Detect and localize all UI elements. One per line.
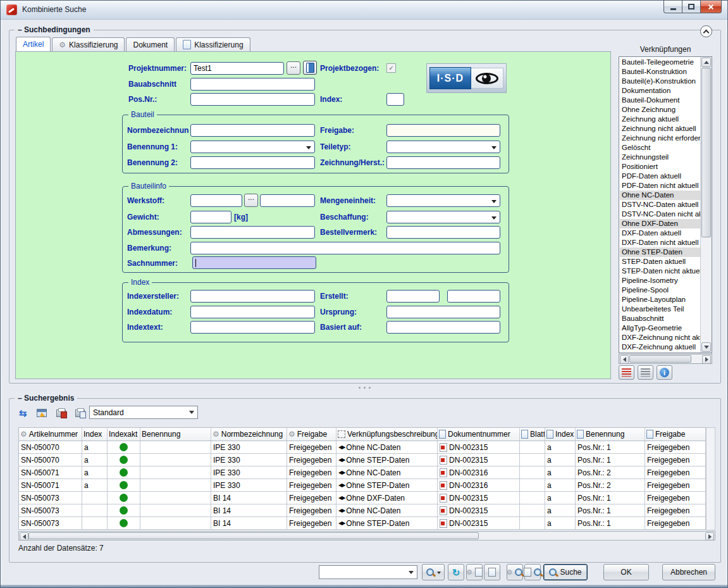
- column-header[interactable]: Indexakt: [108, 428, 140, 441]
- table-row[interactable]: SN-050071aIPE 330Freigegeben◀▶Ohne STEP-…: [19, 479, 706, 492]
- table-row[interactable]: SN-050073BI 14Freigegeben◀▶Ohne NC-Daten…: [19, 504, 706, 517]
- column-header[interactable]: ⚙Freigabe: [287, 428, 336, 441]
- vscrollbar-thumb[interactable]: [701, 68, 711, 237]
- column-header[interactable]: ⚙Normbezeichnung: [211, 428, 287, 441]
- projektnummer-input[interactable]: [190, 62, 284, 75]
- list-item[interactable]: Bauteil-Dokument: [620, 96, 700, 105]
- teiletyp-combobox[interactable]: [386, 141, 500, 153]
- link-view-red-button[interactable]: [619, 365, 634, 380]
- mengeneinheit-combobox[interactable]: [386, 194, 500, 207]
- freigabe-input[interactable]: [386, 124, 500, 137]
- list-item[interactable]: DXF-Daten nicht aktuell: [620, 238, 700, 247]
- scroll-right-button[interactable]: [702, 355, 711, 364]
- index-input[interactable]: [386, 93, 404, 106]
- beschaffung-combobox[interactable]: [386, 211, 500, 223]
- werkstoff-input[interactable]: [190, 194, 242, 207]
- table-row[interactable]: SN-050073BI 14Freigegeben◀▶Ohne STEP-Dat…: [19, 517, 706, 530]
- table-row[interactable]: SN-050070aIPE 330Freigegeben◀▶Ohne NC-Da…: [19, 441, 706, 454]
- minimize-button[interactable]: [663, 1, 682, 13]
- refresh-result-button[interactable]: ⇆: [15, 406, 31, 420]
- suche-button[interactable]: Suche: [543, 564, 588, 580]
- tab-klassifizierung-artikel[interactable]: ⚙Klassifizierung: [52, 37, 125, 51]
- list-item[interactable]: Zeichnung nicht aktuell: [620, 124, 700, 134]
- search-article-button[interactable]: ⚙: [507, 564, 523, 580]
- list-item[interactable]: STEP-Daten nicht aktuell: [620, 266, 700, 276]
- table-row[interactable]: SN-050070aIPE 330Freigegeben◀▶Ohne STEP-…: [19, 454, 706, 466]
- list-item[interactable]: Zeichnung aktuell: [620, 115, 700, 124]
- list-item[interactable]: Unbearbeitetes Teil: [620, 304, 700, 314]
- column-header[interactable]: Index: [545, 428, 576, 441]
- tab-artikel[interactable]: Artikel: [16, 37, 51, 51]
- list-item[interactable]: PDF-Daten aktuell: [620, 172, 700, 181]
- werkstoff-browse-button[interactable]: ...: [244, 194, 258, 207]
- list-item[interactable]: DXF-Daten aktuell: [620, 228, 700, 238]
- projekt-select-button[interactable]: [303, 61, 317, 75]
- list-item[interactable]: Bauteil-Teilegeometrie: [620, 58, 700, 67]
- list-item[interactable]: Bauteil-Konstruktion: [620, 67, 700, 77]
- list-item[interactable]: AllgTyp-Geometrie: [620, 323, 700, 333]
- result-profile-combobox[interactable]: Standard: [89, 406, 198, 419]
- list-item[interactable]: Zeichnungsteil: [620, 153, 700, 162]
- ok-button[interactable]: OK: [603, 564, 649, 580]
- link-info-button[interactable]: i: [657, 365, 672, 380]
- list-item[interactable]: DSTV-NC-Daten nicht aktuell: [620, 210, 700, 219]
- list-item[interactable]: Dokumentation: [620, 86, 700, 96]
- close-button[interactable]: [700, 1, 722, 13]
- column-header[interactable]: Benennung: [140, 428, 211, 441]
- list-item[interactable]: Bauabschnitt: [620, 314, 700, 323]
- tab-dokument[interactable]: Dokument: [126, 37, 175, 51]
- bauabschnitt-input[interactable]: [190, 78, 315, 91]
- werkstoff-name-input[interactable]: [260, 194, 315, 207]
- pdf-print-button[interactable]: [52, 406, 69, 420]
- posnr-input[interactable]: [190, 93, 315, 106]
- projekt-browse-button[interactable]: ...: [287, 61, 300, 75]
- list-item[interactable]: Pipeline-Isometry: [620, 276, 700, 285]
- reset-search-button[interactable]: ↻: [448, 564, 464, 580]
- new-article-button[interactable]: ⚙: [466, 564, 483, 580]
- column-header[interactable]: Dokumentnummer: [438, 428, 520, 441]
- scroll-up-button[interactable]: [701, 58, 711, 67]
- link-view-gray-button[interactable]: [638, 365, 653, 380]
- projektbezogen-checkbox[interactable]: ✓: [386, 63, 396, 73]
- list-item[interactable]: DXF-Zeichnung aktuell: [620, 342, 700, 352]
- result-table-vscrollbar[interactable]: [706, 427, 715, 530]
- list-item[interactable]: DSTV-NC-Daten aktuell: [620, 200, 700, 210]
- list-item[interactable]: Ohne Zeichnung: [620, 105, 700, 115]
- zeichnung-herst-input[interactable]: [386, 156, 500, 169]
- column-header[interactable]: ⚙Artikelnummer: [19, 428, 82, 441]
- list-item[interactable]: Ohne STEP-Daten: [620, 247, 700, 257]
- scroll-left-button[interactable]: [620, 355, 629, 364]
- list-item[interactable]: PDF-Daten nicht aktuell: [620, 181, 700, 191]
- column-header[interactable]: Blatt: [520, 428, 545, 441]
- scroll-down-button[interactable]: [701, 342, 711, 352]
- result-table-hscrollbar[interactable]: [18, 531, 715, 541]
- print-button[interactable]: [71, 406, 88, 420]
- bestellvermerk-input[interactable]: [386, 226, 500, 239]
- titlebar[interactable]: Kombinierte Suche: [1, 1, 727, 20]
- dropdown-button[interactable]: [187, 407, 197, 418]
- table-row[interactable]: SN-050071aIPE 330Freigegeben◀▶Ohne NC-Da…: [19, 466, 706, 479]
- list-item[interactable]: Zeichnung nicht erforderlich: [620, 134, 700, 143]
- column-header[interactable]: Freigabe: [645, 428, 706, 441]
- list-item[interactable]: STEP-Daten aktuell: [620, 257, 700, 266]
- indextext-input[interactable]: [190, 321, 315, 334]
- maximize-button[interactable]: [682, 1, 700, 13]
- list-item[interactable]: DXF-Zeichnung nicht aktuell: [620, 333, 700, 342]
- dropdown-button[interactable]: [406, 566, 416, 578]
- scroll-right-button[interactable]: [705, 532, 714, 541]
- list-item[interactable]: Gelöscht: [620, 143, 700, 153]
- search-document-button[interactable]: [524, 564, 541, 580]
- ursprung-input[interactable]: [386, 306, 500, 318]
- abbrechen-button[interactable]: Abbrechen: [662, 564, 715, 580]
- column-header[interactable]: Index: [82, 428, 108, 441]
- sachnummer-input[interactable]: [192, 256, 316, 269]
- export-result-button[interactable]: [34, 406, 50, 420]
- splitter-handle[interactable]: [359, 387, 373, 389]
- scroll-left-button[interactable]: [20, 532, 28, 541]
- verknuepfungen-vscrollbar[interactable]: [700, 57, 712, 353]
- bemerkung-input[interactable]: [190, 242, 500, 254]
- benennung1-combobox[interactable]: [190, 141, 315, 153]
- hscrollbar-thumb[interactable]: [629, 355, 691, 363]
- benennung2-input[interactable]: [190, 156, 315, 169]
- column-header[interactable]: Benennung: [576, 428, 645, 441]
